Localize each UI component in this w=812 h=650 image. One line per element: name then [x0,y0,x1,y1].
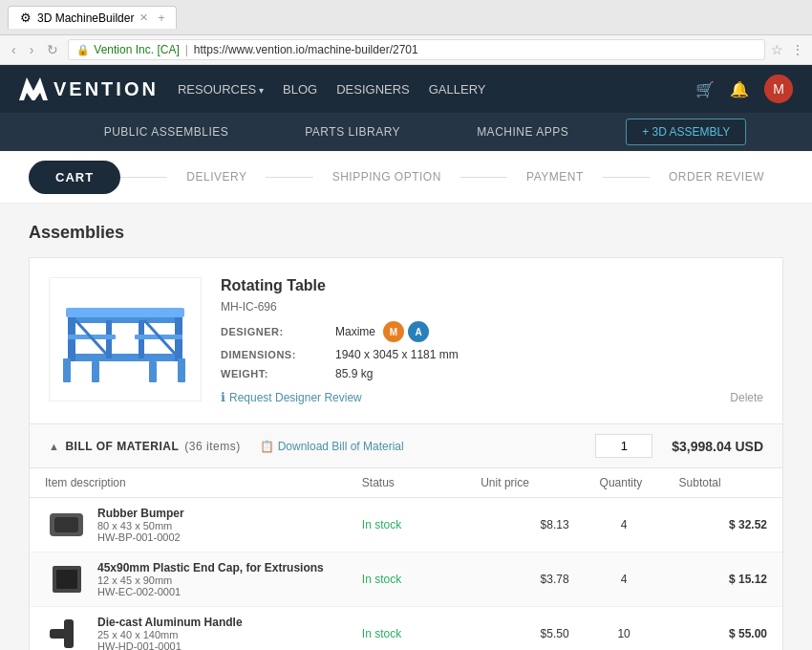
svg-rect-19 [54,517,78,532]
weight-label: WEIGHT: [221,368,335,379]
bom-quantity-input[interactable] [595,434,652,458]
step-divider-2 [266,177,312,178]
secondary-navigation: PUBLIC ASSEMBLIES PARTS LIBRARY MACHINE … [0,113,812,151]
step-divider-3 [460,177,507,178]
refresh-btn[interactable]: ↻ [43,40,62,59]
product-designer-row: DESIGNER: Maxime M A [221,321,763,342]
item-status: In stock [362,518,401,531]
item-quantity: 10 [585,607,664,651]
weight-value: 85.9 kg [335,367,373,380]
col-header-subtotal: Subtotal [664,468,782,498]
svg-rect-21 [56,570,77,589]
svg-rect-14 [178,358,185,382]
item-text: Die-cast Aluminum Handle 25 x 40 x 140mm… [97,616,243,650]
table-row: 45x90mm Plastic End Cap, for Extrusions … [30,552,782,607]
browser-tab[interactable]: ⚙ 3D MachineBuilder ✕ + [8,6,177,29]
svg-rect-13 [149,361,157,382]
item-description: Die-cast Aluminum Handle 25 x 40 x 140mm… [45,615,331,650]
nav-gallery[interactable]: GALLERY [429,82,486,97]
cart-icon[interactable]: 🛒 [695,80,715,98]
item-text: 45x90mm Plastic End Cap, for Extrusions … [97,561,324,597]
browser-chrome: ⚙ 3D MachineBuilder ✕ + [0,0,812,35]
logo[interactable]: VENTION [19,77,159,100]
bom-toggle[interactable]: ▲ BILL OF MATERIAL (36 items) [49,440,241,453]
bell-icon[interactable]: 🔔 [730,80,749,98]
info-icon: ℹ [221,390,225,404]
delete-link[interactable]: Delete [730,391,763,404]
main-content: Assemblies [0,204,812,650]
product-dimensions-row: DIMENSIONS: 1940 x 3045 x 1181 mm [221,348,763,361]
designer-avatar-2: A [408,321,429,342]
item-subtotal: $ 15.12 [664,552,782,607]
step-delivery[interactable]: DELIVERY [167,170,266,184]
org-label: Vention Inc. [CA] [94,43,179,56]
top-navigation: VENTION RESOURCES BLOG DESIGNERS GALLERY… [0,65,812,113]
dimensions-value: 1940 x 3045 x 1181 mm [335,348,459,361]
nav-parts-library[interactable]: PARTS LIBRARY [267,113,438,151]
item-quantity: 4 [585,498,664,552]
bom-qty-price: $3,998.04 USD [595,434,763,458]
item-dims: 25 x 40 x 140mm [97,629,243,640]
bom-total-price: $3,998.04 USD [672,439,763,454]
product-thumbnail [58,287,192,392]
item-name: Rubber Bumper [97,507,184,520]
user-avatar[interactable]: M [764,75,793,103]
nav-blog[interactable]: BLOG [283,82,317,97]
bom-download-link[interactable]: 📋 Download Bill of Material [260,440,404,453]
table-row: Die-cast Aluminum Handle 25 x 40 x 140mm… [30,607,782,651]
nav-public-assemblies[interactable]: PUBLIC ASSEMBLIES [66,113,267,151]
col-header-quantity: Quantity [585,468,664,498]
svg-rect-15 [66,308,184,317]
bookmark-icon[interactable]: ☆ [771,42,783,57]
col-header-description: Item description [30,468,347,498]
3d-assembly-button[interactable]: + 3D ASSEMBLY [626,119,746,145]
designer-avatar-1: M [383,321,404,342]
item-unit-price: $3.78 [465,552,584,607]
item-sku: HW-EC-002-0001 [97,586,324,597]
designer-label: DESIGNER: [221,326,335,337]
product-weight-row: WEIGHT: 85.9 kg [221,367,763,380]
tab-title: 3D MachineBuilder [37,11,134,25]
tab-close[interactable]: ✕ [139,11,148,24]
step-shipping[interactable]: SHIPPING OPTION [313,170,460,184]
item-description: Rubber Bumper 80 x 43 x 50mm HW-BP-001-0… [45,506,331,544]
lock-icon: 🔒 [76,44,90,56]
bom-header: ▲ BILL OF MATERIAL (36 items) 📋 Download… [30,423,782,468]
svg-rect-4 [68,354,182,361]
url-bar[interactable]: 🔒 Vention Inc. [CA] | https://www.ventio… [68,39,765,60]
menu-icon[interactable]: ⋮ [791,42,804,57]
step-divider-4 [603,177,650,178]
product-name: Rotating Table [221,277,763,294]
svg-rect-23 [64,619,74,648]
nav-icons-right: 🛒 🔔 M [695,75,793,103]
item-name: Die-cast Aluminum Handle [97,616,243,629]
item-dims: 80 x 43 x 50mm [97,520,184,531]
step-cart[interactable]: CART [29,161,120,194]
item-sku: HW-HD-001-0001 [97,640,243,650]
step-payment[interactable]: PAYMENT [507,170,603,184]
nav-resources[interactable]: RESOURCES [178,82,264,97]
item-unit-price: $5.50 [465,607,584,651]
svg-rect-11 [63,358,71,382]
forward-btn[interactable]: › [26,40,38,59]
nav-designers[interactable]: DESIGNERS [336,82,410,97]
bom-table: Item description Status Unit price Quant… [30,468,782,650]
dimensions-label: DIMENSIONS: [221,349,335,360]
product-image [49,277,202,401]
designer-avatars: M A [383,321,429,342]
product-details: Rotating Table MH-IC-696 DESIGNER: Maxim… [221,277,763,404]
nav-machine-apps[interactable]: MACHINE APPS [438,113,607,151]
item-sku: HW-BP-001-0002 [97,531,184,543]
product-main: Rotating Table MH-IC-696 DESIGNER: Maxim… [30,258,782,423]
browser-nav-icons: ☆ ⋮ [771,42,804,57]
col-header-status: Status [347,468,465,498]
request-review-link[interactable]: ℹ Request Designer Review [221,390,362,404]
item-image [45,560,88,598]
bom-label: BILL OF MATERIAL [65,440,179,453]
url-text: https://www.vention.io/machine-builder/2… [194,43,418,56]
item-image [45,506,88,544]
step-order-review[interactable]: ORDER REVIEW [650,170,783,184]
item-text: Rubber Bumper 80 x 43 x 50mm HW-BP-001-0… [97,507,184,543]
table-row: Rubber Bumper 80 x 43 x 50mm HW-BP-001-0… [30,498,782,552]
back-btn[interactable]: ‹ [8,40,20,59]
